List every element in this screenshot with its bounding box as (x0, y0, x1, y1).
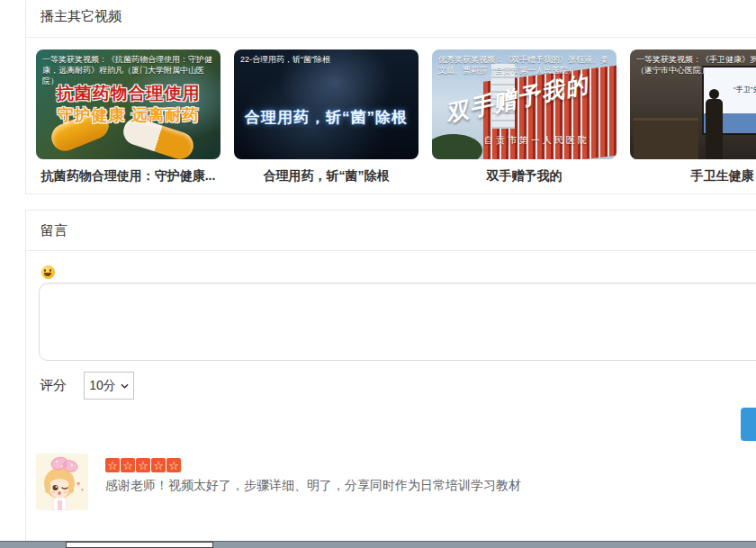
video-thumbnail[interactable]: 22-合理用药，斩“菌”除根 合理用药，斩“菌”除根 (234, 49, 418, 159)
video-item: “手卫”先锋知识小竞赛 一等奖获奖视频：《手卫健康》罗佳欣、蒋羽茜（遂宁市中心医… (630, 49, 756, 184)
thumbnail-sub-text: 自贡市第一人民医院 (484, 134, 590, 147)
emoji-picker-icon[interactable] (41, 265, 55, 279)
video-thumbnail[interactable]: “手卫”先锋知识小竞赛 一等奖获奖视频：《手卫健康》罗佳欣、蒋羽茜（遂宁市中心医… (630, 49, 756, 159)
video-title[interactable]: 抗菌药物合理使用：守护健康... (36, 168, 220, 184)
star-rating: ☆ ☆ ☆ ☆ ☆ (105, 458, 181, 472)
video-title[interactable]: 合理用药，斩“菌”除根 (234, 168, 418, 184)
star-icon: ☆ (136, 458, 150, 472)
presenter-decoration (706, 99, 723, 159)
scrollbar-thumb[interactable] (66, 542, 213, 548)
presenter-decoration (709, 89, 719, 99)
svg-text:♥: ♥ (81, 487, 84, 492)
video-item: 22-合理用药，斩“菌”除根 合理用药，斩“菌”除根 合理用药，斩“菌”除根 (234, 49, 418, 184)
video-title[interactable]: 双手赠予我的 (432, 168, 616, 184)
video-thumbnail[interactable]: 一等奖获奖视频：《抗菌药物合理使用：守护健康，远离耐药》程韵凡（厦门大学附属中山… (36, 49, 220, 159)
thumbnail-main-text: 抗菌药物合理使用 (36, 82, 220, 105)
video-item: 优秀奖获奖视频：《双手赠予我的》张钰涵、姜文婧、曹莉莎（自贡市第一人民医院） 双… (432, 49, 616, 184)
horizontal-scrollbar[interactable] (0, 541, 756, 548)
screen-caption: “手卫”先锋知识小竞赛 (714, 85, 756, 94)
rating-selected-value: 10分 (89, 378, 116, 394)
submit-button[interactable] (741, 408, 756, 441)
other-videos-header: 播主其它视频 (26, 0, 756, 38)
star-icon: ☆ (151, 458, 166, 472)
thumbnail-sub-text: 守护健康 远离耐药 (36, 104, 220, 126)
video-item: 一等奖获奖视频：《抗菌药物合理使用：守护健康，远离耐药》程韵凡（厦门大学附属中山… (36, 49, 220, 184)
chevron-down-icon (121, 383, 129, 389)
thumbnail-main-text: 合理用药，斩“菌”除根 (234, 107, 418, 128)
rating-select[interactable]: 10分 (84, 372, 134, 400)
star-icon: ☆ (105, 458, 120, 472)
star-icon: ☆ (166, 458, 181, 472)
commenter-avatar[interactable]: ♥ ♥ (36, 454, 88, 510)
other-videos-title: 播主其它视频 (40, 8, 122, 25)
rating-label: 评分 (40, 377, 67, 394)
rating-row: 评分 10分 (40, 372, 134, 400)
star-icon: ☆ (121, 458, 135, 472)
video-thumbnail[interactable]: 优秀奖获奖视频：《双手赠予我的》张钰涵、姜文婧、曹莉莎（自贡市第一人民医院） 双… (432, 49, 616, 159)
thumbnail-overlay-text: 一等奖获奖视频：《手卫健康》罗佳欣、蒋羽茜（遂宁市中心医院） (636, 54, 756, 76)
comment-text: 感谢老师！视频太好了，步骤详细、明了，分享同时作为日常培训学习教材 (105, 478, 735, 494)
page: 播主其它视频 一等奖获奖视频：《抗菌药物合理使用：守护健康，远离耐药》程韵凡（厦… (0, 0, 756, 548)
video-title[interactable]: 手卫生健康 (630, 168, 756, 184)
other-videos-card: 播主其它视频 一等奖获奖视频：《抗菌药物合理使用：守护健康，远离耐药》程韵凡（厦… (25, 0, 756, 194)
thumbnail-overlay-text: 22-合理用药，斩“菌”除根 (240, 54, 413, 65)
comments-card: 留言 评分 10分 (25, 210, 756, 548)
podium-decoration (634, 118, 698, 159)
comment-input[interactable] (39, 283, 756, 361)
videos-row: 一等奖获奖视频：《抗菌药物合理使用：守护健康，远离耐药》程韵凡（厦门大学附属中山… (36, 49, 756, 184)
svg-text:♥: ♥ (76, 481, 80, 487)
comments-header: 留言 (26, 211, 756, 251)
tree-decoration (432, 134, 482, 159)
comments-title: 留言 (40, 222, 68, 239)
